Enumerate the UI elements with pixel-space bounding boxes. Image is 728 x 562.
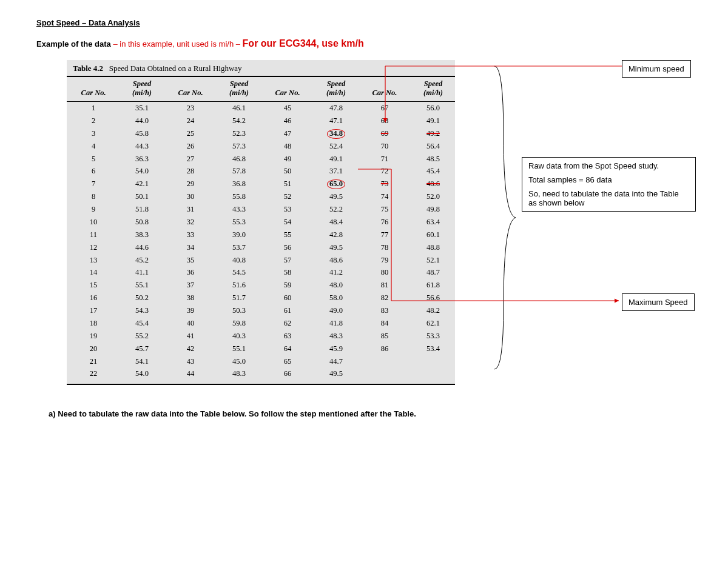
table-cell: 46.8 [217,153,261,166]
table-cell: 43 [164,355,217,368]
table-cell: 11 [67,229,120,241]
col-speed-2: Speed(mi/h) [217,77,261,102]
example-mid: – in this example, unit used is mi/h – [111,39,243,49]
table-cell: 66 [261,367,314,384]
table-cell: 50.3 [217,304,261,317]
table-cell: 51 [261,178,314,190]
table-cell: 50 [261,165,314,178]
table-cell: 41 [164,330,217,343]
example-bold: For our ECG344, use km/h [243,38,364,49]
table-cell: 34 [164,241,217,254]
page-title: Spot Speed – Data Analysis [36,18,692,27]
table-cell: 7 [67,178,120,190]
table-cell: 59 [261,279,314,292]
table-cell: 41.1 [120,266,164,279]
table-cell: 70 [358,140,411,153]
table-cell: 51.8 [120,203,164,216]
table-cell: 40 [164,317,217,330]
table-row: 536.32746.84949.17148.5 [67,153,455,166]
table-cell: 62.1 [411,317,455,330]
table-title: Speed Data Obtained on a Rural Highway [109,64,242,73]
col-car-1: Car No. [67,77,120,102]
table-cell: 49.0 [314,304,358,317]
min-value-circled: 34.8 [327,129,345,139]
table-cell: 49.1 [314,153,358,166]
table-cell: 54.2 [217,115,261,127]
table-cell: 38 [164,292,217,304]
table-cell: 57.3 [217,140,261,153]
table-cell: 25 [164,127,217,140]
table-cell: 43.3 [217,203,261,216]
table-cell: 30 [164,190,217,203]
table-cell: 10 [67,216,120,229]
table-cell: 46 [261,115,314,127]
table-cell: 33 [164,229,217,241]
table-cell: 38.3 [120,229,164,241]
table-cell: 84 [358,317,411,330]
table-cell: 5 [67,153,120,166]
table-cell: 51.6 [217,279,261,292]
table-cell: 86 [358,343,411,355]
table-cell: 31 [164,203,217,216]
table-cell: 16 [67,292,120,304]
table-cell: 45.0 [217,355,261,368]
table-cell: 83 [358,304,411,317]
table-cell: 39.0 [217,229,261,241]
table-cell: 36.3 [120,153,164,166]
table-cell: 58 [261,266,314,279]
table-cell: 9 [67,203,120,216]
table-cell: 44.0 [120,115,164,127]
table-cell: 45.8 [120,127,164,140]
table-row: 2045.74255.16445.98653.4 [67,343,455,355]
table-cell: 40.8 [217,254,261,267]
table-label: Table 4.2 [73,64,103,73]
table-cell: 17 [67,304,120,317]
table-cell: 45.7 [120,343,164,355]
table-cell: 19 [67,330,120,343]
table-cell: 48.0 [314,279,358,292]
table-cell: 26 [164,140,217,153]
footer-step: a) Need to tabulate the raw data into th… [49,409,692,418]
table-cell: 50.1 [120,190,164,203]
table-cell: 65 [261,355,314,368]
table-cell: 59.8 [217,317,261,330]
col-car-3: Car No. [261,77,314,102]
table-cell: 64 [261,343,314,355]
table-cell: 53.3 [411,330,455,343]
table-cell: 57.8 [217,165,261,178]
table-cell [411,355,455,368]
table-cell: 8 [67,190,120,203]
table-cell: 41.2 [314,266,358,279]
table-cell: 36.8 [217,178,261,190]
table-cell: 6 [67,165,120,178]
col-speed-3: Speed(mi/h) [314,77,358,102]
table-cell: 42 [164,343,217,355]
table-cell: 41.8 [314,317,358,330]
table-cell: 50.8 [120,216,164,229]
table-cell: 58.0 [314,292,358,304]
table-row: 1845.44059.86241.88462.1 [67,317,455,330]
table-cell: 55.1 [217,343,261,355]
col-speed-1: Speed(mi/h) [120,77,164,102]
table-cell: 47.1 [314,115,358,127]
table-cell: 29 [164,178,217,190]
table-cell: 52.3 [217,127,261,140]
table-cell: 15 [67,279,120,292]
table-cell: 35 [164,254,217,267]
table-cell: 46.1 [217,102,261,115]
table-cell: 55.2 [120,330,164,343]
table-cell: 48.2 [411,304,455,317]
example-line: Example of the data – in this example, u… [36,38,692,49]
table-cell: 44.7 [314,355,358,368]
table-cell: 4 [67,140,120,153]
table-cell: 44 [164,367,217,384]
table-cell: 48.3 [314,330,358,343]
table-cell: 24 [164,115,217,127]
table-row: 444.32657.34852.47056.4 [67,140,455,153]
table-cell: 55.8 [217,190,261,203]
table-cell: 44.6 [120,241,164,254]
table-cell: 52.4 [314,140,358,153]
table-cell: 50.2 [120,292,164,304]
table-cell: 14 [67,266,120,279]
table-bottom-rule [67,384,455,385]
